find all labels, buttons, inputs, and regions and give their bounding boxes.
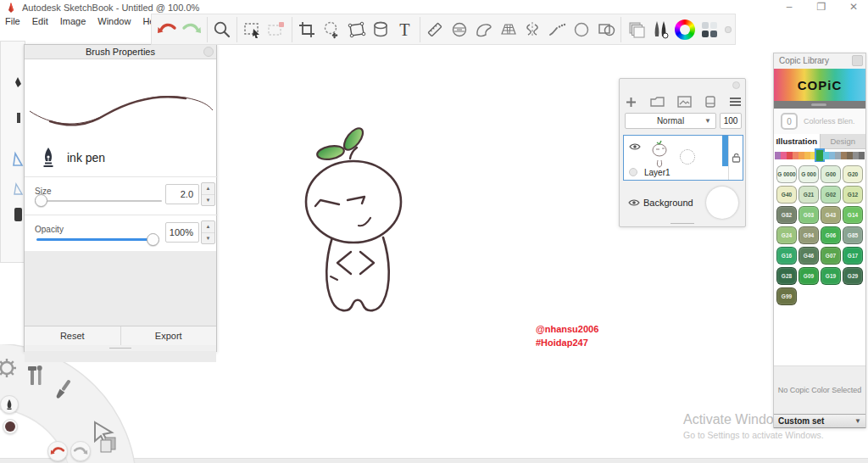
copic-swatch-G19[interactable]: G19 [821,267,841,285]
redo-icon[interactable] [180,16,204,43]
color-family-cell-11[interactable] [841,152,847,159]
blend-mode-dropdown[interactable]: Normal ▼ [625,113,716,129]
export-button[interactable]: Export [120,326,217,345]
symmetry-icon[interactable] [520,16,545,43]
color-family-cell-7[interactable] [816,150,822,161]
brushes-icon[interactable] [648,16,673,43]
copic-swatch-G09[interactable]: G09 [798,267,819,285]
color-family-cell-10[interactable] [835,152,841,159]
lagoon-current-color-swatch[interactable] [3,419,18,434]
menu-item-window[interactable]: Window [97,15,131,29]
palette-icon[interactable] [698,16,722,43]
transform-icon[interactable] [320,16,344,43]
layer-opacity-field[interactable]: 100 [720,113,742,129]
opacity-spinner[interactable]: ▲▼ [201,220,215,244]
brush-panel-header[interactable]: Brush Properties [25,45,216,59]
minimize-button[interactable]: – [775,0,804,14]
color-family-cell-4[interactable] [798,152,804,159]
select-icon[interactable] [240,16,264,43]
copic-swatch-G000[interactable]: G 000 [798,165,819,183]
color-family-cell-5[interactable] [804,152,810,159]
lagoon-layers-icon[interactable] [101,438,115,452]
crop-icon[interactable] [295,16,320,43]
brush-panel-resize-grip[interactable] [25,345,216,351]
undo-icon[interactable] [155,16,180,43]
copic-panel-menu-button[interactable] [852,55,863,66]
layer1-visibility-eye-icon[interactable] [629,142,641,151]
copic-swatch-G20[interactable]: G20 [843,165,863,183]
layer-row-background[interactable]: Background [623,184,743,223]
opacity-slider-track[interactable] [36,238,153,241]
add-layer-icon[interactable] [625,96,637,109]
layers-panel-handle-dot[interactable] [732,81,740,89]
zoom-icon[interactable] [210,16,235,43]
copic-swatch-G06[interactable]: G06 [821,226,841,244]
layers-panel-resize-grip[interactable] [670,223,694,224]
steady-stroke-icon[interactable] [545,16,570,43]
copic-swatch-G17[interactable]: G17 [843,247,863,265]
color-family-cell-0[interactable] [775,152,781,159]
lagoon-redo-button[interactable] [70,441,91,461]
copic-swatch-G82[interactable]: G82 [776,206,797,224]
background-color-thumbnail[interactable] [706,187,738,219]
copic-swatch-G85[interactable]: G85 [843,226,863,244]
copic-swatch-G0000[interactable]: G 0000 [776,165,797,183]
color-family-cell-14[interactable] [859,152,865,159]
french-curve-icon[interactable] [471,16,496,43]
layer1-color-label[interactable] [629,168,637,176]
color-wheel-icon[interactable] [673,16,698,43]
shapes-icon[interactable] [593,16,618,43]
copic-swatch-G07[interactable]: G07 [821,247,841,265]
size-value-field[interactable]: 2.0 [165,184,199,204]
colorless-blender-row[interactable]: 0 Colorless Blen. [774,109,865,134]
copic-swatch-G12[interactable]: G12 [843,186,863,204]
layer1-lock-column[interactable] [728,136,743,180]
ellipse-guide-icon[interactable] [448,16,472,43]
color-family-cell-6[interactable] [810,152,816,159]
size-spinner[interactable]: ▲▼ [201,182,215,206]
distort-icon[interactable] [343,16,368,43]
marker-icon[interactable] [704,96,716,108]
copic-swatch-G14[interactable]: G14 [843,206,863,224]
layer-row-layer1[interactable]: Layer1 [623,135,743,181]
copic-swatch-G02[interactable]: G02 [821,186,841,204]
background-visibility-eye-icon[interactable] [628,198,640,207]
copic-collapse-bar[interactable] [774,101,865,109]
import-image-icon[interactable] [677,96,692,108]
perspective-icon[interactable] [496,16,520,43]
copic-swatch-G16[interactable]: G16 [776,247,797,265]
text-icon[interactable]: T [392,16,417,43]
reset-button[interactable]: Reset [25,326,120,345]
size-slider-track[interactable] [36,200,162,202]
opacity-value-field[interactable]: 100% [165,222,199,243]
copic-swatch-G00[interactable]: G00 [821,165,841,183]
maximize-button[interactable]: ❐ [807,0,836,14]
brush-palette-strip[interactable] [0,41,25,263]
layers-icon[interactable] [624,16,648,43]
color-family-cell-3[interactable] [793,152,798,159]
ruler-icon[interactable] [423,16,448,43]
color-family-cell-12[interactable] [847,152,853,159]
brush-panel-close-icon[interactable] [203,47,214,57]
new-group-icon[interactable] [650,96,665,108]
menu-item-edit[interactable]: Edit [32,15,48,29]
copic-swatch-G43[interactable]: G43 [821,206,841,224]
blender-chip[interactable]: 0 [781,113,798,130]
color-family-cell-8[interactable] [823,152,829,159]
circle-icon[interactable] [570,16,594,43]
color-family-cell-2[interactable] [787,152,793,159]
lagoon-brush-nib-button[interactable] [0,395,19,414]
copic-swatch-G29[interactable]: G29 [843,267,863,285]
toolbar-handle-dot[interactable] [725,26,732,33]
copic-swatch-G94[interactable]: G94 [798,226,819,244]
tab-illustration[interactable]: Illustration [774,134,820,149]
layers-menu-icon[interactable] [729,97,742,107]
color-family-cell-13[interactable] [853,152,859,159]
canvas-drawing-sprout-character[interactable] [288,119,441,326]
color-family-cell-1[interactable] [781,152,787,159]
menu-item-file[interactable]: File [5,15,20,29]
tab-design[interactable]: Design [820,134,866,149]
fill-icon[interactable] [368,16,392,43]
active-brush-row[interactable]: ink pen [42,147,105,169]
close-button[interactable]: ✕ [839,0,868,14]
